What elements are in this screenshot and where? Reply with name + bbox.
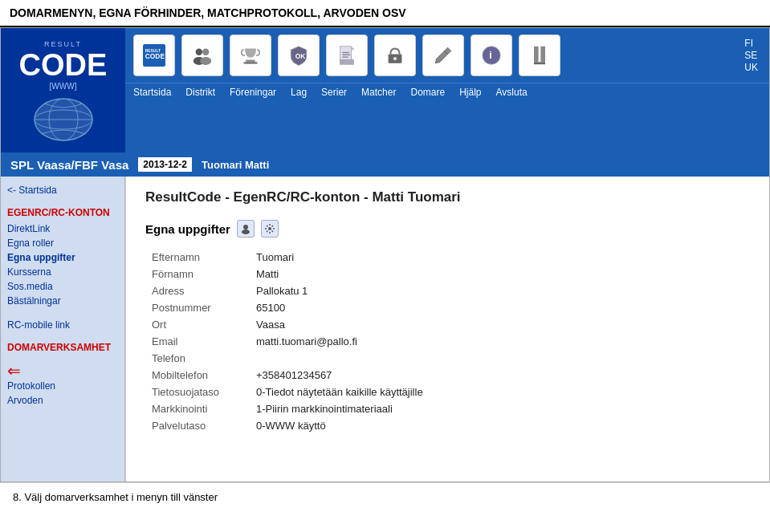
field-label: Palvelutaso xyxy=(145,417,250,434)
nav-info-icon[interactable]: i xyxy=(471,35,512,76)
svg-rect-18 xyxy=(342,56,348,57)
svg-point-28 xyxy=(243,225,248,229)
svg-point-29 xyxy=(242,229,250,234)
field-label: Ort xyxy=(145,316,250,333)
svg-rect-12 xyxy=(244,62,258,63)
nav-lag[interactable]: Lag xyxy=(291,87,307,98)
logo-result: RESULT xyxy=(44,37,82,49)
nav-pen-icon[interactable] xyxy=(422,35,464,76)
svg-rect-26 xyxy=(540,47,545,63)
field-value: 65100 xyxy=(250,299,750,316)
nav-domare[interactable]: Domare xyxy=(410,87,445,98)
nav-foreningar[interactable]: Föreningar xyxy=(230,87,276,98)
org-name: SPL Vaasa/FBF Vasa xyxy=(10,158,128,172)
field-value: Pallokatu 1 xyxy=(250,282,750,299)
gear-icon-btn[interactable] xyxy=(261,220,279,238)
nav-matcher[interactable]: Matcher xyxy=(361,87,396,98)
nav-lock-icon[interactable] xyxy=(374,35,416,76)
svg-point-7 xyxy=(196,49,202,55)
bottom-instruction: 8. Välj domarverksamhet i menyn till vän… xyxy=(0,482,770,511)
nav-hjalp[interactable]: Hjälp xyxy=(459,87,481,98)
data-table: EfternamnTuomariFörnamnMattiAdressPallok… xyxy=(145,249,750,434)
svg-rect-11 xyxy=(246,60,255,63)
content-title: ResultCode - EgenRC/RC-konton - Matti Tu… xyxy=(145,189,750,205)
field-label: Adress xyxy=(145,282,250,299)
table-row: Tietosuojataso0-Tiedot näytetään kaikill… xyxy=(145,384,750,400)
sidebar-arrow: ⇐ xyxy=(7,361,118,380)
globe-icon xyxy=(31,95,96,144)
sidebar-link-bastalningar[interactable]: Bästälningar xyxy=(7,295,118,307)
sidebar-link-arvoden[interactable]: Arvoden xyxy=(7,395,118,406)
sidebar-link-rcmobile[interactable]: RC-mobile link xyxy=(7,319,118,331)
sidebar-link-egna-roller[interactable]: Egna roller xyxy=(7,238,118,249)
svg-rect-17 xyxy=(342,55,350,55)
nav-distrikt[interactable]: Distrikt xyxy=(185,87,215,98)
logo-code: CODE xyxy=(19,49,108,83)
svg-text:OK: OK xyxy=(295,52,306,60)
field-value: 0-WWW käyttö xyxy=(250,417,750,434)
table-row: Telefon xyxy=(145,350,750,367)
svg-rect-27 xyxy=(534,62,545,64)
field-label: Mobiltelefon xyxy=(145,367,250,384)
svg-marker-15 xyxy=(352,47,355,50)
sidebar-link-sosmedia[interactable]: Sos.media xyxy=(7,281,118,292)
field-label: Förnamn xyxy=(145,266,250,282)
user-info: Tuomari Matti xyxy=(202,159,269,171)
sub-header: SPL Vaasa/FBF Vasa 2013-12-2 Tuomari Mat… xyxy=(1,152,769,177)
nav-avsluta[interactable]: Avsluta xyxy=(496,87,528,98)
date-info: 2013-12-2 xyxy=(138,157,192,172)
field-value xyxy=(250,350,750,367)
nav-trophy-icon[interactable] xyxy=(230,35,271,76)
lang-se[interactable]: SE xyxy=(744,50,758,61)
svg-point-30 xyxy=(268,227,271,230)
field-value: Tuomari xyxy=(250,249,750,266)
nav-startsida[interactable]: Startsida xyxy=(133,87,171,98)
sidebar-section-egenrc: EGENRC/RC-KONTON xyxy=(7,207,118,218)
svg-rect-25 xyxy=(534,47,539,63)
table-row: OrtVaasa xyxy=(145,316,750,333)
table-row: Emailmatti.tuomari@pallo.fi xyxy=(145,333,750,350)
table-row: Mobiltelefon+358401234567 xyxy=(145,367,750,384)
sidebar-link-kursserna[interactable]: Kursserna xyxy=(7,266,118,278)
field-label: Markkinointi xyxy=(145,400,250,417)
sidebar: <- Startsida EGENRC/RC-KONTON DirektLink… xyxy=(1,177,125,481)
field-label: Postnummer xyxy=(145,299,250,316)
svg-point-10 xyxy=(200,57,211,65)
svg-text:CODE: CODE xyxy=(145,52,165,60)
nav-document-icon[interactable] xyxy=(326,35,368,76)
user-icon-btn[interactable] xyxy=(237,220,255,238)
sidebar-link-protokollen[interactable]: Protokollen xyxy=(7,380,118,392)
lang-fi[interactable]: FI xyxy=(744,38,758,49)
text-nav: Startsida Distrikt Föreningar Lag Serier… xyxy=(125,83,769,101)
section-egna-uppgifter: Egna uppgifter xyxy=(145,222,230,236)
logo-www: [WWW] xyxy=(50,82,77,91)
content-panel: ResultCode - EgenRC/RC-konton - Matti Tu… xyxy=(125,177,769,481)
table-row: AdressPallokatu 1 xyxy=(145,282,750,299)
svg-rect-14 xyxy=(340,47,352,61)
nav-shield-icon[interactable]: OK xyxy=(278,35,320,76)
field-value: matti.tuomari@pallo.fi xyxy=(250,333,750,350)
nav-resultcode-icon[interactable]: RESULT CODE xyxy=(133,35,175,76)
svg-rect-19 xyxy=(340,60,354,65)
svg-rect-16 xyxy=(342,52,348,53)
nav-player-icon[interactable] xyxy=(519,35,560,76)
field-label: Efternamn xyxy=(145,249,250,266)
field-value: Matti xyxy=(250,266,750,282)
lang-uk[interactable]: UK xyxy=(744,62,758,73)
nav-people-icon[interactable] xyxy=(181,35,223,76)
table-row: Markkinointi1-Piirin markkinointimateria… xyxy=(145,400,750,417)
logo-area: RESULT CODE [WWW] xyxy=(1,28,125,152)
sidebar-section-domarverksamhet: DOMARVERKSAMHET xyxy=(7,342,118,353)
svg-point-8 xyxy=(202,49,209,55)
field-label: Tietosuojataso xyxy=(145,384,250,400)
table-row: EfternamnTuomari xyxy=(145,249,750,266)
sidebar-link-direktlink[interactable]: DirektLink xyxy=(7,223,118,234)
sidebar-link-egna-uppgifter[interactable]: Egna uppgifter xyxy=(7,252,118,263)
field-value: 1-Piirin markkinointimateriaali xyxy=(250,400,750,417)
sidebar-back-link[interactable]: <- Startsida xyxy=(7,185,118,196)
field-value: 0-Tiedot näytetään kaikille käyttäjille xyxy=(250,384,750,400)
nav-serier[interactable]: Serier xyxy=(321,87,347,98)
language-links: FI SE UK xyxy=(744,38,761,73)
field-value: +358401234567 xyxy=(250,367,750,384)
page-heading: DOMARMENYN, EGNA FÖRHINDER, MATCHPROTOKO… xyxy=(0,0,770,27)
